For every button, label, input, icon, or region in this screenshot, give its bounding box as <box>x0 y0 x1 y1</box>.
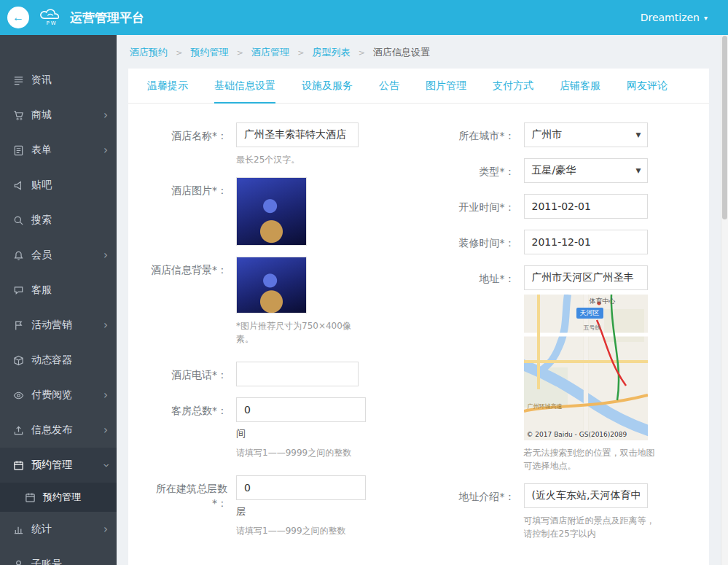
form-right-column: 所在城市*： 广州市 ▼ 类型*： 五星/豪华 <box>419 122 710 551</box>
tab-shop-service[interactable]: 店铺客服 <box>560 69 600 104</box>
logo-cloud-icon <box>38 9 66 21</box>
hotel-background-thumbnail[interactable] <box>236 257 307 313</box>
basic-info-form: 酒店名称*： 最长25个汉字。 酒店图片*： 酒店信息背景*： <box>128 104 709 551</box>
sidebar-item-member[interactable]: 会员 › <box>0 238 117 273</box>
tab-payment[interactable]: 支付方式 <box>493 69 533 104</box>
cube-icon <box>13 355 24 366</box>
hotel-name-label: 酒店名称*： <box>146 122 227 166</box>
renovation-date-label: 装修时间*： <box>429 230 515 254</box>
hotel-image-label: 酒店图片*： <box>146 177 227 246</box>
building-floors-input[interactable] <box>236 475 366 500</box>
tab-basic-info[interactable]: 基础信息设置 <box>214 69 275 104</box>
sidebar-item-news[interactable]: 资讯 <box>0 63 117 98</box>
sidebar-item-label: 表单 <box>31 144 52 157</box>
tab-image-management[interactable]: 图片管理 <box>426 69 466 104</box>
chevron-right-icon: › <box>103 390 108 401</box>
tab-warm-tips[interactable]: 温馨提示 <box>147 69 188 104</box>
room-total-hint: 请填写1——9999之间的整数 <box>236 446 366 459</box>
select-caret-icon: ▼ <box>636 131 641 139</box>
sidebar-item-label: 搜索 <box>31 214 52 227</box>
vertical-scrollbar[interactable] <box>721 35 728 565</box>
hotel-phone-label: 酒店电话*： <box>146 362 227 386</box>
sidebar-item-service[interactable]: 客服 <box>0 273 117 308</box>
room-total-label: 客房总数*： <box>146 397 227 459</box>
baidu-map[interactable]: 体育中心 天河区 五号线 广州环城高速 © 2017 Baidu - GS(20… <box>524 295 648 440</box>
select-caret-icon: ▼ <box>636 167 641 174</box>
breadcrumb-link[interactable]: 酒店管理 <box>251 47 289 58</box>
breadcrumb: 酒店预约 > 预约管理 > 酒店管理 > 房型列表 > 酒店信息设置 <box>117 35 721 67</box>
type-label: 类型*： <box>429 158 515 183</box>
chevron-right-icon: › <box>103 110 108 121</box>
sidebar-item-mall[interactable]: 商城 › <box>0 98 117 133</box>
tab-bar: 温馨提示 基础信息设置 设施及服务 公告 图片管理 支付方式 店铺客服 网友评论 <box>128 69 709 104</box>
sidebar-subitem-booking-manage[interactable]: 预约管理 <box>0 483 117 512</box>
sidebar-item-publish[interactable]: 信息发布 › <box>0 413 117 448</box>
sidebar-item-booking[interactable]: 预约管理 › <box>0 448 117 483</box>
address-label: 地址*： <box>429 265 515 290</box>
hotel-image-thumbnail[interactable] <box>236 177 307 246</box>
sidebar-item-paid-reading[interactable]: 付费阅览 › <box>0 378 117 413</box>
map-district-badge: 天河区 <box>576 308 603 319</box>
flag-icon <box>13 320 24 331</box>
tab-notice[interactable]: 公告 <box>379 69 399 104</box>
breadcrumb-link[interactable]: 房型列表 <box>313 47 351 58</box>
type-select[interactable]: 五星/豪华 ▼ <box>524 158 648 183</box>
main-content: 酒店预约 > 预约管理 > 酒店管理 > 房型列表 > 酒店信息设置 温馨提示 … <box>117 35 721 565</box>
user-menu[interactable]: Dreamtizen ▾ <box>641 12 708 23</box>
tab-comments[interactable]: 网友评论 <box>627 69 668 104</box>
sidebar-item-subaccount[interactable]: 子账号 <box>0 547 117 565</box>
sidebar-item-label: 统计 <box>31 523 52 536</box>
breadcrumb-current: 酒店信息设置 <box>373 47 430 58</box>
form-left-column: 酒店名称*： 最长25个汉字。 酒店图片*： 酒店信息背景*： <box>128 122 419 551</box>
renovation-date-input[interactable] <box>524 230 648 254</box>
sidebar-item-label: 付费阅览 <box>31 389 72 402</box>
sidebar-item-container[interactable]: 动态容器 <box>0 343 117 378</box>
sidebar-item-label: 贴吧 <box>31 179 52 192</box>
breadcrumb-link[interactable]: 预约管理 <box>191 47 229 58</box>
app-title: 运营管理平台 <box>70 9 144 26</box>
address-input[interactable] <box>524 265 648 290</box>
building-floors-hint: 请填写1——999之间的整数 <box>236 524 366 537</box>
sidebar-item-marketing[interactable]: 活动营销 › <box>0 308 117 343</box>
map-hint: 若无法搜索到您的位置，双击地图可选择地点。 <box>524 446 658 472</box>
sidebar-item-search[interactable]: 搜索 <box>0 203 117 238</box>
address-intro-hint: 可填写酒店附近的景点及距离等，请控制在25字以内 <box>524 514 658 540</box>
opening-date-label: 开业时间*： <box>429 194 515 219</box>
chevron-right-icon: › <box>103 425 108 436</box>
address-intro-input[interactable] <box>524 483 648 508</box>
sidebar-item-label: 会员 <box>31 249 52 262</box>
search-icon <box>13 215 24 226</box>
hotel-name-input[interactable] <box>236 122 359 147</box>
breadcrumb-separator: > <box>237 48 243 58</box>
tab-facilities[interactable]: 设施及服务 <box>302 69 353 104</box>
sidebar-item-label: 活动营销 <box>31 319 72 332</box>
room-total-input[interactable] <box>236 397 366 422</box>
hotel-phone-input[interactable] <box>236 362 359 386</box>
breadcrumb-link[interactable]: 酒店预约 <box>130 47 168 58</box>
caret-down-icon: ▾ <box>704 14 708 22</box>
sidebar-item-label: 资讯 <box>31 74 52 87</box>
breadcrumb-separator: > <box>359 48 365 58</box>
sidebar-item-tieba[interactable]: 贴吧 <box>0 168 117 203</box>
building-floors-label: 所在建筑总层数*： <box>146 475 227 537</box>
map-highway-label: 广州环城高速 <box>528 402 563 410</box>
sidebar-item-label: 客服 <box>31 284 52 297</box>
scrollbar-thumb[interactable] <box>722 36 727 219</box>
city-select[interactable]: 广州市 ▼ <box>524 122 648 147</box>
city-label: 所在城市*： <box>429 122 515 147</box>
chevron-right-icon: › <box>103 145 108 156</box>
news-icon <box>13 75 24 86</box>
opening-date-input[interactable] <box>524 194 648 219</box>
settings-card: 温馨提示 基础信息设置 设施及服务 公告 图片管理 支付方式 店铺客服 网友评论… <box>128 69 709 565</box>
sidebar-item-stats[interactable]: 统计 › <box>0 512 117 547</box>
sidebar-item-label: 信息发布 <box>31 424 72 437</box>
back-button[interactable]: ← <box>7 7 29 28</box>
hotel-background-label: 酒店信息背景*： <box>146 257 227 346</box>
sidebar-item-label: 动态容器 <box>31 354 72 367</box>
chevron-down-icon: › <box>101 463 111 467</box>
hotel-background-hint: *图片推荐尺寸为750×400像素。 <box>236 319 366 346</box>
calendar-icon <box>25 492 36 503</box>
sidebar-item-form[interactable]: 表单 › <box>0 133 117 168</box>
type-select-value: 五星/豪华 <box>532 164 576 177</box>
address-intro-label: 地址介绍*： <box>429 483 515 540</box>
